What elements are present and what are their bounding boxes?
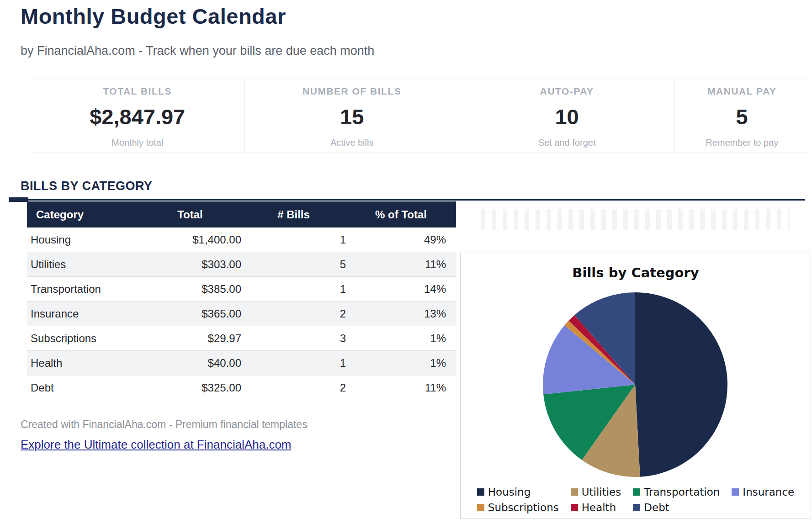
footer-credit: Created with FinancialAha.com - Premium … [21,418,308,431]
category-cell: Housing [27,227,139,252]
stat-value: 15 [340,104,364,129]
table-row: Housing$1,400.00149% [27,227,456,252]
legend-item-housing: Housing [477,486,559,498]
legend-item-utilities: Utilities [571,486,621,498]
category-cell: Debt [27,376,139,400]
total-cell: $1,400.00 [139,227,241,252]
table-row: Utilities$303.00511% [27,252,456,277]
column-header-total: Total [139,201,241,227]
page-subtitle: by FinancialAha.com - Track when your bi… [21,44,374,58]
percent-cell: 1% [346,351,456,376]
pie-chart-panel: Bills by Category HousingUtilitiesTransp… [460,253,811,518]
pie-slice-housing [635,292,727,477]
pie-svg [539,289,731,481]
page-title: Monthly Budget Calendar [21,4,286,29]
legend-label: Health [582,502,616,513]
bills-count-cell: 3 [241,326,346,351]
stat-sublabel: Remember to pay [706,138,778,148]
section-divider-tab [9,197,28,202]
section-heading: BILLS BY CATEGORY [21,179,153,193]
legend-label: Insurance [743,486,794,498]
legend-swatch [571,504,578,511]
legend-label: Housing [488,486,531,498]
stat-label: MANUAL PAY [707,86,776,97]
stat-label: NUMBER OF BILLS [303,86,401,97]
stat-sublabel: Active bills [330,138,373,148]
stat-card-total-bills: TOTAL BILLS $2,847.97 Monthly total [30,79,244,153]
bills-count-cell: 5 [241,252,346,277]
table-row: Subscriptions$29.9731% [27,326,456,351]
stat-value: 5 [736,104,748,129]
bills-count-cell: 2 [241,302,346,326]
percent-cell: 11% [346,376,456,400]
total-cell: $385.00 [139,277,241,302]
stat-value: $2,847.97 [90,104,185,129]
legend-label: Subscriptions [488,502,559,513]
category-cell: Transportation [27,277,139,302]
legend-swatch [633,488,640,496]
legend-swatch [633,504,640,511]
table-row: Insurance$365.00213% [27,302,456,326]
legend-swatch [571,488,578,496]
stat-label: TOTAL BILLS [103,86,172,97]
percent-cell: 49% [346,227,456,252]
stat-label: AUTO-PAY [540,86,594,97]
total-cell: $29.97 [139,326,241,351]
total-cell: $325.00 [139,376,241,400]
legend-item-debt: Debt [633,502,720,513]
category-cell: Health [27,351,139,376]
legend-item-subscriptions: Subscriptions [477,502,559,513]
bills-count-cell: 1 [241,351,346,376]
table-header-row: Category Total # Bills % of Total [27,201,456,227]
column-header-percent: % of Total [346,201,456,227]
stat-sublabel: Monthly total [111,138,163,148]
legend-item-insurance: Insurance [732,486,794,498]
percent-cell: 11% [346,252,456,277]
explore-collection-link[interactable]: Explore the Ultimate collection at Finan… [21,438,292,452]
category-cell: Utilities [27,252,139,277]
bills-count-cell: 1 [241,277,346,302]
legend-swatch [477,488,484,496]
stat-value: 10 [555,104,578,129]
legend-swatch [477,504,484,511]
stats-strip: TOTAL BILLS $2,847.97 Monthly total NUMB… [30,79,809,153]
table-row: Transportation$385.00114% [27,277,456,302]
category-table-body: Housing$1,400.00149%Utilities$303.00511%… [27,227,456,400]
total-cell: $40.00 [139,351,241,376]
bills-count-cell: 1 [241,227,346,252]
chart-title: Bills by Category [461,265,811,280]
stat-card-manual-pay: MANUAL PAY 5 Remember to pay [674,79,809,153]
total-cell: $365.00 [139,302,241,326]
legend-swatch [732,488,739,496]
ghost-watermark [481,209,790,230]
table-row: Health$40.0011% [27,351,456,376]
section-divider [9,199,805,201]
stat-card-number-of-bills: NUMBER OF BILLS 15 Active bills [244,79,458,153]
category-cell: Insurance [27,302,139,326]
legend-label: Transportation [644,486,720,498]
total-cell: $303.00 [139,252,241,277]
percent-cell: 13% [346,302,456,326]
bills-by-category-table: Category Total # Bills % of Total Housin… [27,201,456,400]
legend-label: Utilities [582,486,621,498]
column-header-bills: # Bills [241,201,346,227]
stat-sublabel: Set and forget [538,138,596,148]
legend-item-health: Health [571,502,621,513]
stat-card-auto-pay: AUTO-PAY 10 Set and forget [459,79,674,153]
legend-item-transportation: Transportation [633,486,720,498]
category-cell: Subscriptions [27,326,139,351]
percent-cell: 1% [346,326,456,351]
column-header-category: Category [27,201,139,227]
pie-legend: HousingUtilitiesTransportationInsuranceS… [461,486,811,513]
table-row: Debt$325.00211% [27,376,456,400]
percent-cell: 14% [346,277,456,302]
bills-count-cell: 2 [241,376,346,400]
legend-label: Debt [644,502,669,513]
